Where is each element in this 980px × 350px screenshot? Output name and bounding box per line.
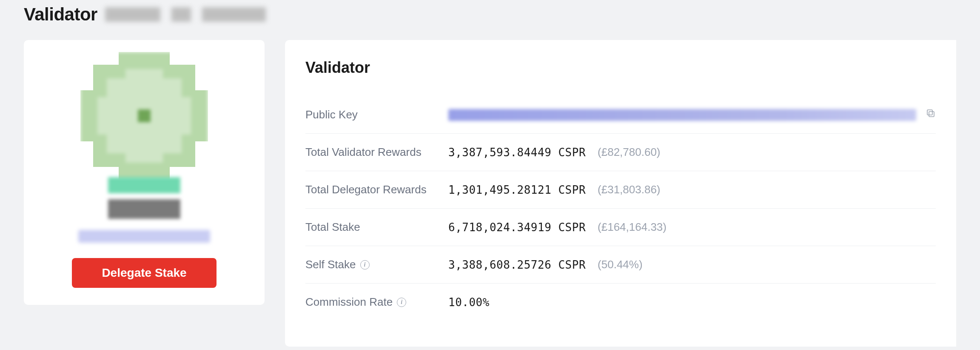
svg-rect-1 <box>927 110 932 115</box>
validator-details-card: Validator Public Key Total Validator Rew… <box>285 40 956 347</box>
commission-rate-label-text: Commission Rate <box>305 295 393 309</box>
total-stake-value: 6,718,024.34919 CSPR <box>448 221 586 234</box>
self-stake-value: 3,388,608.25726 CSPR <box>448 258 586 271</box>
commission-rate-label: Commission Rate i <box>305 295 448 309</box>
row-public-key: Public Key <box>305 96 936 134</box>
delegate-stake-button[interactable]: Delegate Stake <box>72 258 217 288</box>
page-title-prefix: Validator <box>24 4 97 25</box>
total-delegator-rewards-value: 1,301,495.28121 CSPR <box>448 184 586 196</box>
self-stake-pct: (50.44%) <box>598 258 643 271</box>
total-validator-rewards-label: Total Validator Rewards <box>305 146 448 159</box>
total-validator-rewards-fiat: (£82,780.60) <box>598 146 660 159</box>
page-title-obscured <box>105 7 266 22</box>
total-delegator-rewards-fiat: (£31,803.86) <box>598 183 660 196</box>
info-icon[interactable]: i <box>397 298 406 307</box>
total-stake-label: Total Stake <box>305 221 448 234</box>
total-delegator-rewards-label: Total Delegator Rewards <box>305 183 448 196</box>
total-stake-fiat: (£164,164.33) <box>598 221 667 234</box>
svg-rect-0 <box>929 112 934 117</box>
copy-icon[interactable] <box>926 108 936 121</box>
section-title: Validator <box>305 59 936 77</box>
public-key-value-obscured <box>448 109 916 121</box>
info-icon[interactable]: i <box>360 260 370 270</box>
row-self-stake: Self Stake i 3,388,608.25726 CSPR (50.44… <box>305 246 936 284</box>
row-total-validator-rewards: Total Validator Rewards 3,387,593.84449 … <box>305 134 936 171</box>
row-commission-rate: Commission Rate i 10.00% <box>305 284 936 321</box>
self-stake-label: Self Stake i <box>305 258 448 271</box>
row-total-delegator-rewards: Total Delegator Rewards 1,301,495.28121 … <box>305 171 936 209</box>
self-stake-label-text: Self Stake <box>305 258 356 271</box>
public-key-label: Public Key <box>305 108 448 121</box>
row-total-stake: Total Stake 6,718,024.34919 CSPR (£164,1… <box>305 209 936 246</box>
page-title: Validator <box>24 0 956 40</box>
validator-avatar-card: Delegate Stake <box>24 40 265 305</box>
validator-avatar <box>63 50 225 246</box>
commission-rate-value: 10.00% <box>448 296 490 309</box>
total-validator-rewards-value: 3,387,593.84449 CSPR <box>448 146 586 159</box>
